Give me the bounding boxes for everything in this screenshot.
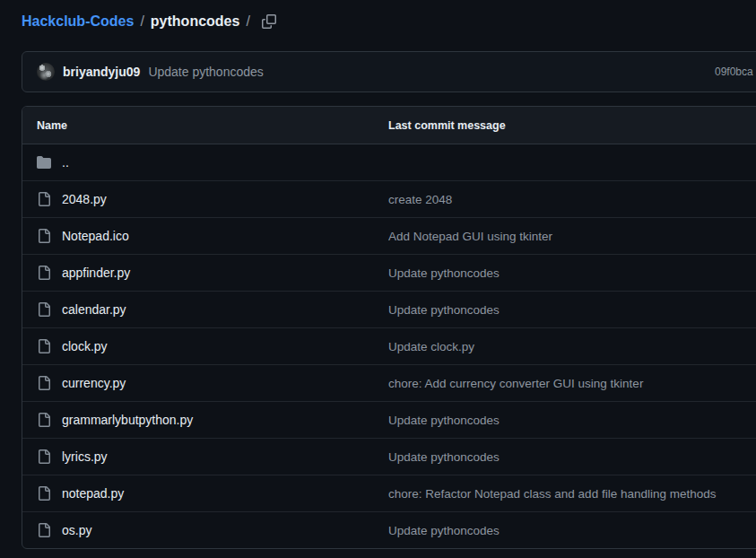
commit-message-cell: create 2048 xyxy=(388,192,756,206)
row-commit-message-link[interactable]: create 2048 xyxy=(388,193,452,206)
file-name-link[interactable]: 2048.py xyxy=(62,192,107,206)
folder-icon xyxy=(37,155,51,170)
commit-message-cell: chore: Refactor Notepad class and add fi… xyxy=(388,486,756,501)
table-row[interactable]: currency.py chore: Add currency converte… xyxy=(22,365,756,402)
table-row[interactable]: Notepad.ico Add Notepad GUI using tkinte… xyxy=(22,218,756,255)
file-name-cell: os.py xyxy=(22,523,388,537)
column-header-name: Name xyxy=(22,119,388,132)
breadcrumb-current-dir: pythoncodes xyxy=(151,13,240,30)
file-icon xyxy=(37,449,51,464)
file-icon xyxy=(37,413,51,427)
column-header-last-commit-message: Last commit message xyxy=(388,119,756,132)
latest-commit-bar: briyandyju09 Update pythoncodes 09f0bca xyxy=(22,51,756,92)
file-name-cell: currency.py xyxy=(22,376,388,390)
file-name-cell: 2048.py xyxy=(22,192,388,206)
file-name-link[interactable]: lyrics.py xyxy=(62,449,108,464)
table-row[interactable]: grammarlybutpython.py Update pythoncodes xyxy=(22,402,756,439)
table-row[interactable]: calendar.py Update pythoncodes xyxy=(22,292,756,328)
file-icon xyxy=(37,302,51,317)
row-commit-message-link[interactable]: Add Notepad GUI using tkinter xyxy=(388,230,552,243)
row-commit-message-link[interactable]: Update pythoncodes xyxy=(388,524,500,537)
row-commit-message-link[interactable]: Update pythoncodes xyxy=(388,303,500,317)
commit-message-cell: chore: Add currency converter GUI using … xyxy=(388,376,756,390)
table-row[interactable]: lyrics.py Update pythoncodes xyxy=(22,439,756,475)
table-row[interactable]: clock.py Update clock.py xyxy=(22,328,756,365)
file-icon xyxy=(37,486,51,501)
row-commit-message-link[interactable]: chore: Refactor Notepad class and add fi… xyxy=(388,487,716,501)
author-avatar[interactable] xyxy=(37,63,55,81)
commit-message-cell: Update pythoncodes xyxy=(388,266,756,280)
commit-message-cell: Update pythoncodes xyxy=(388,523,756,537)
row-commit-message-link[interactable]: chore: Add currency converter GUI using … xyxy=(388,377,643,390)
table-row[interactable]: 2048.py create 2048 xyxy=(22,181,756,218)
file-name-link[interactable]: clock.py xyxy=(62,339,108,353)
commit-message-link[interactable]: Update pythoncodes xyxy=(148,65,263,79)
file-name-link[interactable]: .. xyxy=(62,155,69,170)
file-name-link[interactable]: currency.py xyxy=(62,376,126,390)
file-name-cell: appfinder.py xyxy=(22,266,388,280)
commit-message-cell: Add Notepad GUI using tkinter xyxy=(388,229,756,243)
row-commit-message-link[interactable]: Update pythoncodes xyxy=(388,266,500,280)
commit-author-link[interactable]: briyandyju09 xyxy=(63,65,140,79)
file-icon xyxy=(37,376,51,390)
row-commit-message-link[interactable]: Update pythoncodes xyxy=(388,414,500,427)
file-name-cell: grammarlybutpython.py xyxy=(22,413,388,427)
file-icon xyxy=(37,192,51,206)
breadcrumb-repo-link[interactable]: Hackclub-Codes xyxy=(22,13,134,30)
file-name-link[interactable]: notepad.py xyxy=(62,486,124,501)
commit-message-cell: Update pythoncodes xyxy=(388,413,756,427)
file-name-link[interactable]: calendar.py xyxy=(62,302,126,317)
file-name-link[interactable]: Notepad.ico xyxy=(62,229,129,243)
row-commit-message-link[interactable]: Update clock.py xyxy=(388,340,474,353)
row-commit-message-link[interactable]: Update pythoncodes xyxy=(388,450,500,464)
file-icon xyxy=(37,523,51,537)
file-name-cell: Notepad.ico xyxy=(22,229,388,243)
file-name-cell: lyrics.py xyxy=(22,449,388,464)
file-table-header: Name Last commit message xyxy=(22,107,756,144)
file-tree-table: Name Last commit message .. xyxy=(22,106,756,549)
breadcrumb: Hackclub-Codes / pythoncodes / xyxy=(22,12,279,31)
file-name-link[interactable]: grammarlybutpython.py xyxy=(62,413,193,427)
commit-hash-link[interactable]: 09f0bca xyxy=(715,65,753,78)
file-name-cell: notepad.py xyxy=(22,486,388,501)
file-icon xyxy=(37,229,51,243)
file-name-cell: calendar.py xyxy=(22,302,388,317)
file-rows: .. 2048.py create 2048 xyxy=(22,144,756,548)
table-row[interactable]: notepad.py chore: Refactor Notepad class… xyxy=(22,475,756,512)
file-name-link[interactable]: os.py xyxy=(62,523,91,537)
file-icon xyxy=(37,266,51,280)
commit-message-cell: Update clock.py xyxy=(388,339,756,353)
table-row[interactable]: appfinder.py Update pythoncodes xyxy=(22,255,756,292)
file-icon xyxy=(37,339,51,353)
table-row[interactable]: os.py Update pythoncodes xyxy=(22,512,756,548)
table-row[interactable]: .. xyxy=(22,144,756,181)
commit-message-cell: Update pythoncodes xyxy=(388,449,756,464)
breadcrumb-separator: / xyxy=(246,13,249,30)
copy-path-icon[interactable] xyxy=(259,12,279,31)
breadcrumb-separator: / xyxy=(140,13,143,30)
file-name-cell: clock.py xyxy=(22,339,388,353)
file-name-link[interactable]: appfinder.py xyxy=(62,266,130,280)
file-name-cell: .. xyxy=(22,155,388,170)
commit-message-cell: Update pythoncodes xyxy=(388,302,756,317)
